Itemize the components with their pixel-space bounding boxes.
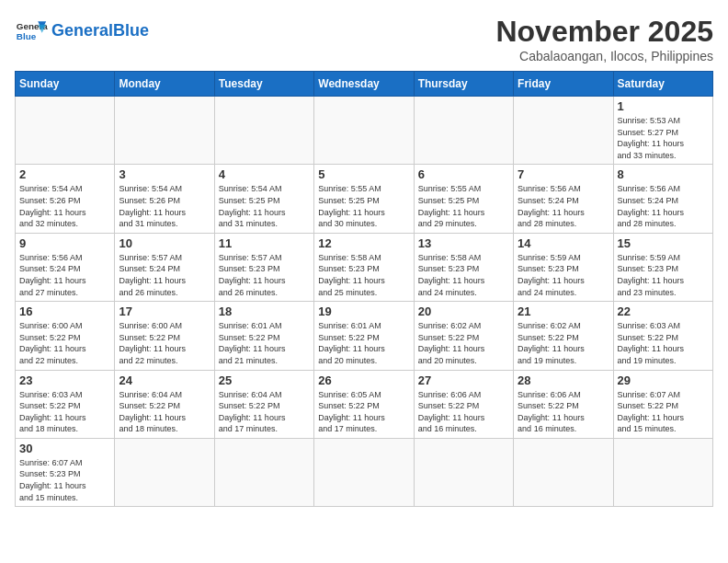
day-info: Sunrise: 5:58 AM Sunset: 5:23 PM Dayligh…: [418, 252, 509, 298]
day-number: 20: [418, 304, 509, 318]
day-number: 4: [219, 167, 310, 181]
day-header-tuesday: Tuesday: [214, 72, 313, 97]
calendar-cell: 28Sunrise: 6:06 AM Sunset: 5:22 PM Dayli…: [514, 370, 613, 438]
day-number: 27: [418, 373, 509, 387]
calendar-cell: 25Sunrise: 6:04 AM Sunset: 5:22 PM Dayli…: [214, 370, 313, 438]
calendar-week-row: 1Sunrise: 5:53 AM Sunset: 5:27 PM Daylig…: [16, 97, 713, 165]
calendar-cell: 30Sunrise: 6:07 AM Sunset: 5:23 PM Dayli…: [16, 438, 115, 506]
day-header-monday: Monday: [115, 72, 214, 97]
day-number: 30: [19, 442, 110, 455]
day-info: Sunrise: 6:03 AM Sunset: 5:22 PM Dayligh…: [618, 320, 709, 366]
calendar-cell: 20Sunrise: 6:02 AM Sunset: 5:22 PM Dayli…: [414, 302, 513, 370]
calendar-cell: [314, 97, 414, 165]
day-info: Sunrise: 5:58 AM Sunset: 5:23 PM Dayligh…: [318, 252, 409, 298]
title-section: November 2025 Cabalaoangan, Ilocos, Phil…: [495, 15, 713, 63]
day-info: Sunrise: 5:56 AM Sunset: 5:24 PM Dayligh…: [618, 183, 709, 229]
day-info: Sunrise: 5:54 AM Sunset: 5:25 PM Dayligh…: [219, 183, 310, 229]
calendar-cell: 27Sunrise: 6:06 AM Sunset: 5:22 PM Dayli…: [414, 370, 513, 438]
calendar-cell: 24Sunrise: 6:04 AM Sunset: 5:22 PM Dayli…: [115, 370, 214, 438]
day-number: 7: [518, 167, 609, 181]
calendar-cell: 18Sunrise: 6:01 AM Sunset: 5:22 PM Dayli…: [214, 302, 313, 370]
day-info: Sunrise: 6:00 AM Sunset: 5:22 PM Dayligh…: [19, 320, 110, 366]
calendar-cell: [613, 438, 712, 506]
day-info: Sunrise: 6:06 AM Sunset: 5:22 PM Dayligh…: [518, 389, 609, 435]
calendar-cell: [514, 438, 613, 506]
day-header-saturday: Saturday: [613, 72, 712, 97]
calendar-cell: [414, 97, 513, 165]
calendar-cell: 10Sunrise: 5:57 AM Sunset: 5:24 PM Dayli…: [115, 233, 214, 301]
day-info: Sunrise: 6:00 AM Sunset: 5:22 PM Dayligh…: [119, 320, 210, 366]
day-number: 3: [119, 167, 210, 181]
day-info: Sunrise: 6:05 AM Sunset: 5:22 PM Dayligh…: [318, 389, 409, 435]
calendar-cell: [115, 438, 214, 506]
day-header-friday: Friday: [514, 72, 613, 97]
calendar-cell: 5Sunrise: 5:55 AM Sunset: 5:25 PM Daylig…: [314, 165, 414, 233]
day-number: 19: [318, 304, 409, 318]
day-number: 2: [19, 167, 110, 181]
day-info: Sunrise: 5:57 AM Sunset: 5:23 PM Dayligh…: [219, 252, 310, 298]
day-number: 5: [318, 167, 409, 181]
calendar-header-row: SundayMondayTuesdayWednesdayThursdayFrid…: [16, 72, 713, 97]
calendar-week-row: 30Sunrise: 6:07 AM Sunset: 5:23 PM Dayli…: [16, 438, 713, 506]
day-number: 29: [618, 373, 709, 387]
day-number: 28: [518, 373, 609, 387]
location-title: Cabalaoangan, Ilocos, Philippines: [495, 49, 713, 63]
day-info: Sunrise: 6:04 AM Sunset: 5:22 PM Dayligh…: [119, 389, 210, 435]
calendar-cell: 4Sunrise: 5:54 AM Sunset: 5:25 PM Daylig…: [214, 165, 313, 233]
day-number: 14: [518, 236, 609, 250]
calendar-cell: 17Sunrise: 6:00 AM Sunset: 5:22 PM Dayli…: [115, 302, 214, 370]
calendar-cell: [514, 97, 613, 165]
calendar-cell: [314, 438, 414, 506]
calendar-week-row: 9Sunrise: 5:56 AM Sunset: 5:24 PM Daylig…: [16, 233, 713, 301]
calendar-cell: 6Sunrise: 5:55 AM Sunset: 5:25 PM Daylig…: [414, 165, 513, 233]
day-info: Sunrise: 5:55 AM Sunset: 5:25 PM Dayligh…: [318, 183, 409, 229]
day-number: 10: [119, 236, 210, 250]
day-number: 6: [418, 167, 509, 181]
calendar-cell: [214, 97, 313, 165]
day-number: 21: [518, 304, 609, 318]
day-info: Sunrise: 6:01 AM Sunset: 5:22 PM Dayligh…: [318, 320, 409, 366]
calendar-cell: [214, 438, 313, 506]
calendar-cell: [115, 97, 214, 165]
calendar-cell: 19Sunrise: 6:01 AM Sunset: 5:22 PM Dayli…: [314, 302, 414, 370]
day-number: 24: [119, 373, 210, 387]
calendar-cell: 3Sunrise: 5:54 AM Sunset: 5:26 PM Daylig…: [115, 165, 214, 233]
day-header-thursday: Thursday: [414, 72, 513, 97]
calendar-cell: 11Sunrise: 5:57 AM Sunset: 5:23 PM Dayli…: [214, 233, 313, 301]
calendar-cell: 2Sunrise: 5:54 AM Sunset: 5:26 PM Daylig…: [16, 165, 115, 233]
day-info: Sunrise: 5:53 AM Sunset: 5:27 PM Dayligh…: [618, 115, 709, 161]
calendar-cell: 26Sunrise: 6:05 AM Sunset: 5:22 PM Dayli…: [314, 370, 414, 438]
svg-text:Blue: Blue: [17, 31, 37, 41]
logo: General Blue GeneralBlue: [15, 15, 149, 48]
day-info: Sunrise: 5:54 AM Sunset: 5:26 PM Dayligh…: [19, 183, 110, 229]
day-number: 13: [418, 236, 509, 250]
day-info: Sunrise: 6:03 AM Sunset: 5:22 PM Dayligh…: [19, 389, 110, 435]
day-number: 18: [219, 304, 310, 318]
calendar-cell: 12Sunrise: 5:58 AM Sunset: 5:23 PM Dayli…: [314, 233, 414, 301]
day-info: Sunrise: 6:06 AM Sunset: 5:22 PM Dayligh…: [418, 389, 509, 435]
calendar-week-row: 16Sunrise: 6:00 AM Sunset: 5:22 PM Dayli…: [16, 302, 713, 370]
calendar-cell: 23Sunrise: 6:03 AM Sunset: 5:22 PM Dayli…: [16, 370, 115, 438]
day-info: Sunrise: 6:02 AM Sunset: 5:22 PM Dayligh…: [418, 320, 509, 366]
day-number: 16: [19, 304, 110, 318]
calendar-cell: [414, 438, 513, 506]
day-info: Sunrise: 5:57 AM Sunset: 5:24 PM Dayligh…: [119, 252, 210, 298]
day-header-sunday: Sunday: [16, 72, 115, 97]
calendar-cell: 8Sunrise: 5:56 AM Sunset: 5:24 PM Daylig…: [613, 165, 712, 233]
day-info: Sunrise: 5:59 AM Sunset: 5:23 PM Dayligh…: [518, 252, 609, 298]
calendar-table: SundayMondayTuesdayWednesdayThursdayFrid…: [15, 71, 713, 507]
day-number: 1: [618, 99, 709, 113]
calendar-cell: 15Sunrise: 5:59 AM Sunset: 5:23 PM Dayli…: [613, 233, 712, 301]
day-info: Sunrise: 6:02 AM Sunset: 5:22 PM Dayligh…: [518, 320, 609, 366]
day-info: Sunrise: 5:59 AM Sunset: 5:23 PM Dayligh…: [618, 252, 709, 298]
calendar-cell: 1Sunrise: 5:53 AM Sunset: 5:27 PM Daylig…: [613, 97, 712, 165]
day-number: 23: [19, 373, 110, 387]
logo-icon: General Blue: [15, 15, 48, 48]
calendar-week-row: 2Sunrise: 5:54 AM Sunset: 5:26 PM Daylig…: [16, 165, 713, 233]
day-number: 12: [318, 236, 409, 250]
day-number: 26: [318, 373, 409, 387]
day-info: Sunrise: 5:56 AM Sunset: 5:24 PM Dayligh…: [518, 183, 609, 229]
month-title: November 2025: [495, 15, 713, 49]
day-info: Sunrise: 6:07 AM Sunset: 5:23 PM Dayligh…: [19, 457, 110, 503]
logo-text: GeneralBlue: [51, 22, 149, 40]
